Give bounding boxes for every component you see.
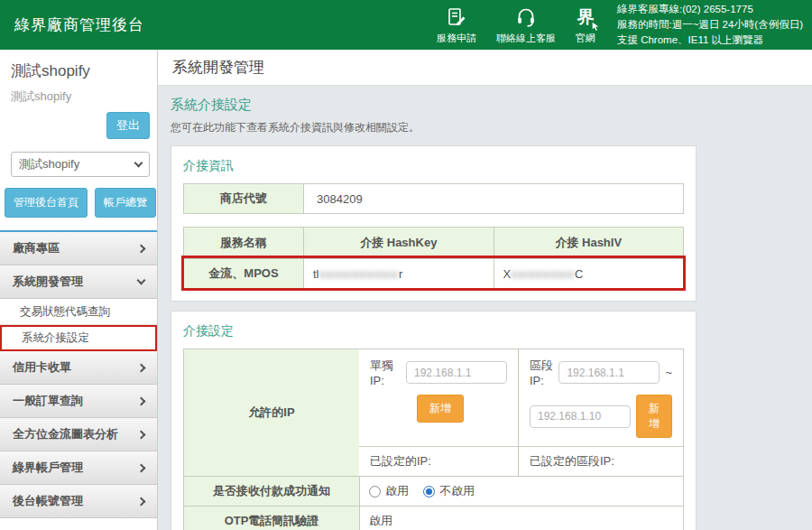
- service-apply-label: 服務申請: [437, 32, 476, 45]
- interface-settings-panel: 介接設定 允許的IP 單獨IP:: [171, 311, 697, 530]
- admin-home-button[interactable]: 管理後台首頁: [5, 188, 88, 218]
- col-service-name: 服務名稱: [184, 228, 303, 258]
- otp-row: OTP電話簡訊驗證 啟用: [184, 506, 683, 530]
- chevron-right-icon: [137, 244, 146, 253]
- online-support-label: 聯絡線上客服: [496, 32, 556, 45]
- account-overview-button[interactable]: 帳戶總覽: [95, 188, 156, 218]
- cursor-icon: [591, 22, 600, 31]
- otp-label: OTP電話簡訊驗證: [184, 507, 359, 530]
- top-header: 綠界廠商管理後台 服務申請: [0, 0, 812, 50]
- browser-support: 支援 Chrome、IE11 以上瀏覽器: [617, 33, 803, 48]
- account-panel: 測試shopify 測試shopify 登出 測試shopify 管理後台首頁 …: [0, 50, 157, 232]
- section-description: 您可在此功能下查看系統介接資訊與修改相關設定。: [171, 120, 812, 135]
- interface-info-panel: 介接資訊 商店代號 3084209 服務名稱 介接 HashKey 介接 Has…: [171, 145, 697, 302]
- support-info: 綠界客服專線:(02) 2655-1775 服務的時間:週一~週日 24小時(含…: [617, 2, 803, 49]
- account-name: 測試shopify: [11, 60, 150, 81]
- store-select[interactable]: 測試shopify: [11, 152, 150, 177]
- configured-ip-label: 已設定的IP:: [359, 446, 518, 476]
- sidebar: 測試shopify 測試shopify 登出 測試shopify 管理後台首頁 …: [0, 50, 158, 530]
- interface-info-title: 介接資訊: [183, 158, 684, 174]
- official-site-link[interactable]: 界 官網: [576, 5, 595, 45]
- service-apply-link[interactable]: 服務申請: [437, 5, 476, 45]
- app-logo: 綠界廠商管理後台: [14, 14, 144, 35]
- merchant-id-table: 商店代號 3084209: [183, 183, 684, 214]
- chevron-right-icon: [137, 363, 146, 372]
- chevron-down-icon: [137, 276, 146, 285]
- page-title: 系統開發管理: [172, 57, 264, 78]
- col-hashkey: 介接 HashKey: [303, 228, 494, 258]
- merchant-id-label: 商店代號: [184, 184, 303, 213]
- single-ip-input[interactable]: [406, 361, 507, 384]
- otp-value: 啟用: [359, 507, 683, 530]
- hashiv-value: X●●●●●●●●C: [494, 259, 684, 288]
- account-subname: 測試shopify: [11, 88, 150, 105]
- merchant-id-value: 3084209: [303, 184, 683, 213]
- sidebar-item-system-dev[interactable]: 系統開發管理: [0, 265, 157, 299]
- official-site-label: 官網: [576, 32, 595, 45]
- service-apply-icon: [446, 5, 467, 29]
- logout-button[interactable]: 登出: [106, 112, 150, 139]
- store-select-value: 測試shopify: [19, 156, 79, 172]
- single-ip-cell: 單獨IP: 新增: [359, 349, 518, 446]
- add-single-ip-button[interactable]: 新增: [417, 395, 464, 423]
- support-hours: 服務的時間:週一~週日 24小時(含例假日): [617, 17, 803, 33]
- service-hash-row-red-annotation: 金流、MPOS tl●●●●●●●●●●r X●●●●●●●●C: [184, 258, 683, 288]
- range-ip-label: 區段IP:: [530, 358, 553, 387]
- payment-notify-row: 是否接收付款成功通知 啟用 不啟用: [184, 476, 683, 506]
- sidebar-item-merchant-zone[interactable]: 廠商專區: [0, 232, 157, 265]
- range-ip-end-input[interactable]: [530, 405, 631, 428]
- radio-checked-icon: [423, 486, 435, 497]
- chevron-down-icon: [134, 158, 143, 167]
- range-ip-start-input[interactable]: [558, 361, 660, 384]
- header-right: 服務申請 聯絡線上客服 界: [437, 2, 803, 49]
- single-ip-label: 單獨IP:: [370, 358, 401, 387]
- chevron-right-icon: [137, 497, 146, 506]
- chevron-right-icon: [137, 463, 146, 472]
- header-nav: 服務申請 聯絡線上客服 界: [437, 5, 595, 45]
- radio-disable[interactable]: 不啟用: [423, 483, 475, 499]
- payment-notify-radio-group: 啟用 不啟用: [369, 483, 475, 499]
- allowed-ip-row: 允許的IP 單獨IP: 新增: [184, 349, 683, 476]
- hash-table: 服務名稱 介接 HashKey 介接 HashIV 金流、MPOS tl●●●●…: [183, 227, 684, 289]
- sidebar-item-order-query[interactable]: 一般訂單查詢: [0, 385, 157, 418]
- settings-table: 允許的IP 單獨IP: 新增: [183, 349, 684, 530]
- sidebar-item-credit-card[interactable]: 信用卡收單: [0, 351, 157, 385]
- range-ip-cell: 區段IP: ~ 新增: [518, 349, 683, 446]
- masked-hashkey: ●●●●●●●●●●: [319, 267, 400, 281]
- section-title: 系統介接設定: [171, 97, 812, 114]
- table-row: 商店代號 3084209: [184, 184, 683, 213]
- add-range-ip-button[interactable]: 新增: [636, 395, 672, 438]
- headset-icon: [515, 5, 537, 29]
- chevron-right-icon: [137, 396, 146, 405]
- chevron-right-icon: [137, 430, 146, 439]
- configured-range-label: 已設定的區段IP:: [518, 446, 683, 476]
- support-hotline: 綠界客服專線:(02) 2655-1775: [617, 2, 803, 17]
- hashkey-value: tl●●●●●●●●●●r: [303, 259, 494, 288]
- interface-settings-title: 介接設定: [183, 323, 684, 339]
- online-support-link[interactable]: 聯絡線上客服: [496, 5, 556, 45]
- sidebar-item-backend-account[interactable]: 後台帳號管理: [0, 485, 157, 518]
- allowed-ip-label: 允許的IP: [184, 349, 359, 476]
- col-hashiv: 介接 HashIV: [494, 228, 684, 258]
- page-title-bar: 系統開發管理: [158, 50, 812, 86]
- hash-table-header-row: 服務名稱 介接 HashKey 介接 HashIV: [184, 228, 683, 258]
- ecpay-logo-icon: 界: [577, 5, 594, 29]
- sidebar-menu: 廠商專區 系統開發管理 交易狀態代碼查詢 系統介接設定 信用卡收單 一般訂單查詢: [0, 232, 157, 518]
- masked-hashiv: ●●●●●●●●: [511, 267, 575, 281]
- radio-enable[interactable]: 啟用: [369, 483, 409, 499]
- radio-unchecked-icon: [369, 486, 381, 497]
- sidebar-item-ecpay-account[interactable]: 綠界帳戶管理: [0, 451, 157, 485]
- range-tilde: ~: [665, 366, 672, 379]
- content-area: 系統介接設定 您可在此功能下查看系統介接資訊與修改相關設定。 介接資訊 商店代號…: [158, 86, 812, 530]
- payment-notify-label: 是否接收付款成功通知: [184, 477, 359, 506]
- sidebar-item-cashflow-analysis[interactable]: 全方位金流圖表分析: [0, 418, 157, 451]
- sidebar-subitem-system-interface[interactable]: 系統介接設定: [0, 325, 157, 351]
- sidebar-subitem-txn-status-code[interactable]: 交易狀態代碼查詢: [0, 299, 157, 325]
- service-name-value: 金流、MPOS: [184, 259, 303, 288]
